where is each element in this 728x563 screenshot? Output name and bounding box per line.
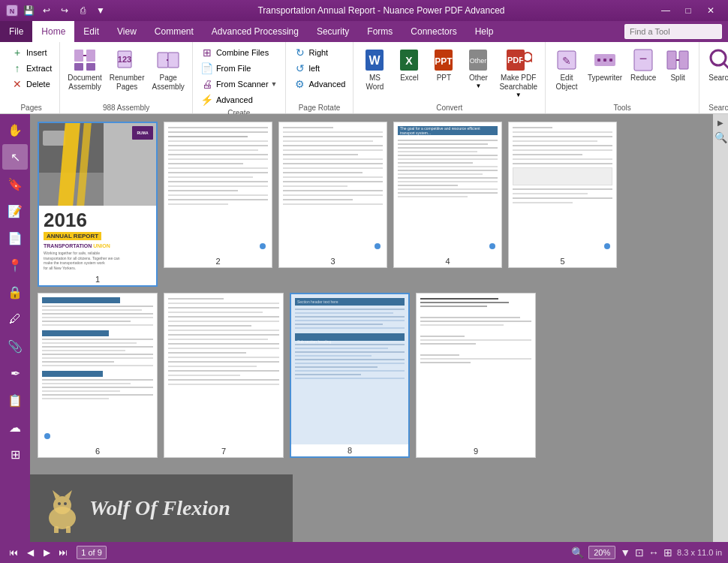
cloud-tool[interactable]: ☁	[2, 414, 28, 440]
form-tool[interactable]: 📋	[2, 387, 28, 413]
page-tool[interactable]: 📄	[2, 225, 28, 251]
tools-buttons: ✎ EditObject Typewriter	[550, 45, 694, 102]
window-title: Transportation Annual Report - Nuance Po…	[108, 5, 654, 16]
extract-icon: ↑	[11, 62, 24, 74]
word-button[interactable]: W MSWord	[358, 45, 391, 93]
stamp-tool[interactable]: 🖊	[2, 306, 28, 332]
text-tool[interactable]: 📝	[2, 198, 28, 224]
attachment-tool[interactable]: 📎	[2, 333, 28, 359]
maximize-btn[interactable]: □	[677, 0, 699, 21]
excel-button[interactable]: X Excel	[393, 45, 426, 84]
scanner-dropdown[interactable]: ▼	[271, 80, 278, 88]
menu-forms[interactable]: Forms	[358, 21, 402, 42]
page-thumb-8[interactable]: Section header text here Sub section hea…	[290, 293, 410, 458]
page-assembly-icon	[155, 47, 182, 74]
advanced-rotate-icon: ⚙	[293, 78, 307, 90]
dropdown-btn[interactable]: ▼	[93, 3, 108, 18]
rotate-left-button[interactable]: ↺ left	[290, 61, 349, 76]
insert-icon: +	[11, 47, 24, 59]
page-row-2: 6	[38, 293, 720, 458]
document-content[interactable]: ▶ 🔍	[30, 114, 728, 542]
combine-files-button[interactable]: ⊞ Combine Files	[197, 45, 281, 60]
svg-rect-32	[667, 51, 676, 69]
page-thumb-9[interactable]: 9	[416, 293, 536, 458]
advanced-create-label: Advanced	[216, 95, 253, 104]
make-pdf-searchable-button[interactable]: PDF Make PDFSearchable ▼	[496, 45, 540, 100]
zoom-input[interactable]	[588, 546, 615, 559]
document-assembly-button[interactable]: DocumentAssembly	[65, 45, 105, 93]
menu-file[interactable]: File	[0, 21, 32, 42]
renumber-pages-button[interactable]: 123 RenumberPages	[107, 45, 148, 93]
current-page-input[interactable]	[77, 546, 107, 559]
menu-security[interactable]: Security	[308, 21, 358, 42]
collapse-panel-btn[interactable]: ▶	[716, 117, 725, 128]
layers-tool[interactable]: ⊞	[2, 441, 28, 467]
from-file-icon: 📄	[200, 62, 214, 74]
ppt-button[interactable]: PPT PPT	[427, 45, 460, 84]
menu-edit[interactable]: Edit	[74, 21, 108, 42]
menu-bar: File Home Edit View Comment Advanced Pro…	[0, 21, 728, 42]
rotate-group: ↻ Right ↺ left ⚙ Advanced	[290, 45, 349, 92]
make-pdf-dropdown[interactable]: ▼	[516, 92, 522, 98]
fit-page-btn[interactable]: ⊡	[635, 546, 644, 558]
delete-button[interactable]: ✕ Delete	[8, 77, 55, 92]
minimize-btn[interactable]: —	[654, 0, 677, 21]
other-dropdown[interactable]: ▼	[475, 83, 481, 89]
edit-object-button[interactable]: ✎ EditObject	[550, 45, 583, 93]
zoom-dropdown-btn[interactable]: ▼	[620, 546, 630, 558]
insert-button[interactable]: + Insert	[8, 45, 55, 60]
other-button[interactable]: Other Other ▼	[462, 45, 495, 91]
rotate-right-label: Right	[309, 48, 329, 57]
tool-search-input[interactable]	[624, 24, 722, 39]
menu-advanced-processing[interactable]: Advanced Processing	[203, 21, 308, 42]
page-thumb-7[interactable]: 7	[164, 293, 284, 458]
zoom-out-icon[interactable]: 🔍	[571, 546, 584, 558]
prev-page-btn[interactable]: ◀	[23, 545, 38, 560]
page-assembly-button[interactable]: PageAssembly	[149, 45, 188, 93]
page-thumb-5[interactable]: 5	[508, 122, 617, 268]
save-btn[interactable]: 💾	[21, 3, 36, 18]
thumbnail-view-btn[interactable]: ⊞	[663, 546, 672, 558]
redo-btn[interactable]: ↪	[57, 3, 72, 18]
svg-rect-9	[158, 53, 168, 68]
typewriter-button[interactable]: Typewriter	[585, 45, 625, 84]
reduce-label: Reduce	[630, 74, 656, 83]
page-thumb-1[interactable]: RUMA 2016 ANNUAL REPORT TRANSPORTATION U…	[38, 122, 158, 287]
from-scanner-button[interactable]: 🖨 From Scanner ▼	[197, 77, 281, 92]
page-thumb-4[interactable]: The goal for a competitive and resource …	[393, 122, 502, 268]
advanced-rotate-button[interactable]: ⚙ Advanced	[290, 77, 349, 92]
menu-help[interactable]: Help	[466, 21, 503, 42]
search-panel-btn[interactable]: 🔍	[713, 130, 729, 145]
advanced-create-button[interactable]: ⚡ Advanced	[197, 92, 281, 107]
hand-tool[interactable]: ✋	[2, 117, 28, 143]
location-tool[interactable]: 📍	[2, 252, 28, 278]
svg-line-36	[723, 63, 728, 71]
first-page-btn[interactable]: ⏮	[6, 545, 21, 560]
fit-width-btn[interactable]: ↔	[648, 546, 659, 558]
page-thumb-3[interactable]: 3	[278, 122, 387, 268]
search-button[interactable]: Search	[704, 45, 728, 84]
search-buttons: Search	[704, 45, 728, 102]
lock-tool[interactable]: 🔒	[2, 279, 28, 305]
reduce-button[interactable]: − Reduce	[627, 45, 660, 84]
menu-comment[interactable]: Comment	[146, 21, 203, 42]
select-tool[interactable]: ↖	[2, 144, 28, 170]
last-page-btn[interactable]: ⏭	[56, 545, 71, 560]
extract-button[interactable]: ↑ Extract	[8, 61, 55, 76]
from-file-button[interactable]: 📄 From File	[197, 61, 281, 76]
split-button[interactable]: Split	[661, 45, 694, 84]
undo-btn[interactable]: ↩	[39, 3, 54, 18]
menu-view[interactable]: View	[108, 21, 146, 42]
rotate-right-button[interactable]: ↻ Right	[290, 45, 349, 60]
page-thumb-6[interactable]: 6	[38, 293, 158, 458]
close-btn[interactable]: ✕	[699, 0, 722, 21]
ribbon: + Insert ↑ Extract ✕ Delete Pages	[0, 42, 728, 114]
page-thumb-2[interactable]: 2	[164, 122, 272, 268]
signature-tool[interactable]: ✒	[2, 360, 28, 386]
next-page-btn[interactable]: ▶	[39, 545, 54, 560]
bookmark-tool[interactable]: 🔖	[2, 171, 28, 197]
menu-connectors[interactable]: Connectors	[402, 21, 465, 42]
menu-home[interactable]: Home	[32, 21, 74, 42]
print-btn[interactable]: ⎙	[75, 3, 90, 18]
svg-text:X: X	[406, 55, 414, 67]
